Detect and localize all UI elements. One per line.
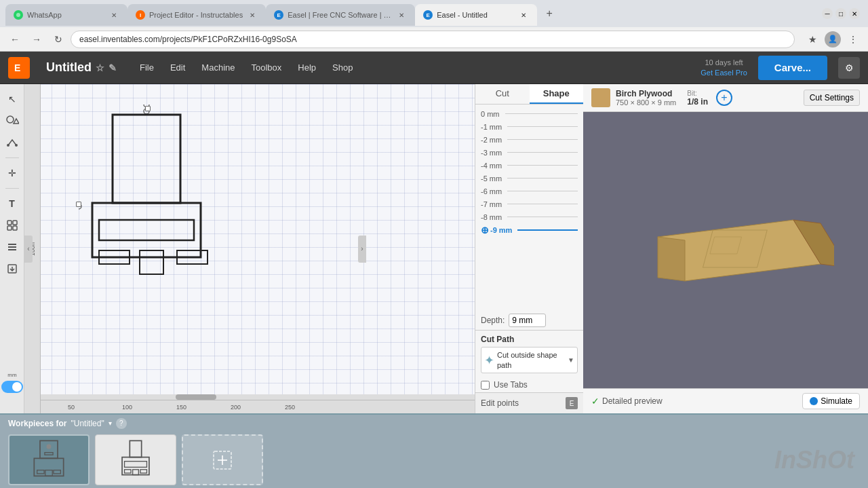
panel-collapse-right[interactable]: › [358,236,366,263]
maximize-button[interactable]: □ [835,8,846,19]
tab-easel-untitled-close[interactable]: ✕ [518,10,529,20]
workpiece-item-add[interactable] [182,434,263,485]
forward-button[interactable]: → [27,30,46,49]
depth-slider-area: 0 mm -1 mm -2 mm -3 mm -4 mm - [475,105,583,311]
menu-file[interactable]: File [133,60,161,75]
whatsapp-favicon [14,10,23,20]
cut-path-section: Cut Path ✦ Cut outside shape path ▼ [475,330,583,377]
svg-text:E: E [14,62,20,73]
detailed-preview: ✓ Detailed preview [591,396,663,407]
depth-input[interactable] [509,314,546,327]
depth-mark-7[interactable]: -7 mm [481,198,578,210]
depth-mark-9[interactable]: ⊕ -9 mm [481,223,578,236]
workpiece-dropdown-icon[interactable]: ▾ [108,419,112,427]
svg-rect-8 [13,221,17,225]
tab-instructables-close[interactable]: ✕ [247,10,258,20]
tool-shapes[interactable] [3,111,22,130]
depth-mark-8[interactable]: -8 mm [481,210,578,223]
svg-point-30 [47,445,52,449]
profile-button[interactable]: 👤 [825,31,841,48]
edit-points-label[interactable]: Edit points [481,398,519,408]
tab-whatsapp-close[interactable]: ✕ [108,10,119,20]
bit-info: Bit: 1/8 in [687,90,708,107]
svg-rect-33 [37,470,44,474]
workpiece-project-name: "Untitled" [71,419,104,428]
depth-mark-3[interactable]: -3 mm [481,146,578,159]
back-button[interactable]: ← [5,30,24,49]
use-tabs-checkbox[interactable] [481,381,490,390]
reload-button[interactable]: ↻ [49,30,68,49]
menu-help[interactable]: Help [291,60,323,75]
bit-size: 1/8 in [687,97,708,107]
carve-button[interactable]: Carve... [758,56,827,80]
scroll-handle[interactable] [176,394,216,400]
depth-input-row: Depth: [475,311,583,330]
simulate-button[interactable]: Simulate [802,393,860,409]
address-bar[interactable]: easel.inventables.com/projects/PkF1CPoRZ… [71,31,795,48]
edit-title-icon[interactable]: ✎ [108,62,117,73]
selection-handle-left[interactable] [76,202,81,207]
canvas-area[interactable]: 100h 50 100 150 200 250 [24,84,475,413]
panel-collapse-left[interactable]: ‹ [24,236,33,263]
svg-rect-18 [113,115,180,203]
svg-rect-22 [140,250,163,274]
menu-items: File Edit Machine Toolbox Help Shop [133,60,359,75]
address-text: easel.inventables.com/projects/PkF1CPoRZ… [79,35,297,44]
units-toggle[interactable] [1,381,23,393]
tab-easel-untitled[interactable]: E Easel - Untitled ✕ [415,4,537,26]
material-swatch [591,88,610,107]
depth-mark-0[interactable]: 0 mm [481,107,578,120]
depth-mark-5[interactable]: -5 mm [481,172,578,185]
bookmark-button[interactable]: ★ [803,30,822,49]
horizontal-scrollbar[interactable] [41,394,475,400]
star-icon[interactable]: ☆ [96,62,104,73]
edit-points-icon[interactable]: E [566,397,578,409]
pro-badge: 10 days left Get Easel Pro [701,58,747,77]
more-button[interactable]: ⋮ [844,30,863,49]
close-button[interactable]: ✕ [849,8,860,19]
tab-instructables[interactable]: I Project Editor - Instructables ✕ [127,4,266,26]
add-bit-button[interactable]: + [716,90,732,106]
get-pro-link[interactable]: Get Easel Pro [701,69,747,77]
menu-machine[interactable]: Machine [195,60,241,75]
tab-easel-free-close[interactable]: ✕ [396,10,407,20]
tab-whatsapp[interactable]: WhatsApp ✕ [5,4,127,26]
svg-rect-7 [7,221,12,225]
use-tabs-label: Use Tabs [494,380,528,390]
tab-easel-free[interactable]: E Easel | Free CNC Software | Inve... ✕ [266,4,415,26]
workpiece-item-1[interactable] [8,434,90,485]
selection-handle-top[interactable] [145,106,151,111]
menu-edit[interactable]: Edit [163,60,192,75]
depth-mark-4[interactable]: -4 mm [481,159,578,172]
depth-mark-2[interactable]: -2 mm [481,133,578,146]
tool-layers[interactable] [3,238,22,257]
tool-cursor[interactable]: ↖ [3,90,22,109]
app: E Untitled ☆ ✎ File Edit Machine Toolbox… [0,52,868,488]
svg-marker-26 [658,237,685,281]
browser-controls: ← → ↻ easel.inventables.com/projects/PkF… [0,27,868,52]
menu-toolbox[interactable]: Toolbox [245,60,289,75]
tool-text[interactable]: T [3,194,22,213]
new-tab-button[interactable]: + [540,4,559,23]
settings-icon-btn[interactable]: ⚙ [838,57,860,79]
tool-navigate[interactable]: ✛ [3,164,22,183]
tab-easel-free-label: Easel | Free CNC Software | Inve... [288,11,392,19]
tool-import[interactable] [3,259,22,278]
cut-path-selector[interactable]: ✦ Cut outside shape path ▼ [481,347,578,373]
svg-rect-34 [45,470,52,476]
cut-path-text: Cut outside shape path [497,350,565,370]
tool-edit-nodes[interactable] [3,133,22,152]
workpiece-help-icon[interactable]: ? [116,418,127,429]
canvas-design[interactable] [79,105,255,317]
tool-apps[interactable] [3,216,22,235]
logo-area: E [8,57,30,79]
cut-settings-button[interactable]: Cut Settings [804,90,860,106]
menu-shop[interactable]: Shop [326,60,359,75]
workpiece-2-svg [112,438,159,482]
depth-mark-6[interactable]: -6 mm [481,185,578,198]
tab-cut[interactable]: Cut [475,84,530,104]
minimize-button[interactable]: ─ [822,8,833,19]
tab-shape[interactable]: Shape [530,84,584,104]
depth-mark-1[interactable]: -1 mm [481,120,578,133]
workpiece-item-2[interactable] [95,434,176,485]
